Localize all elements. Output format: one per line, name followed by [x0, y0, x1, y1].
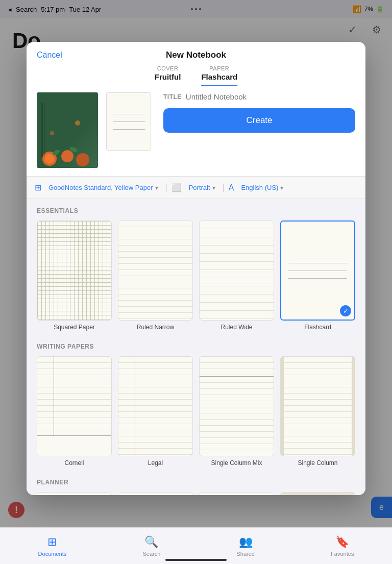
paper-scroll-area[interactable]: ESSENTIALS Squared Paper Ruled Narrow: [27, 199, 365, 495]
language-icon: A: [229, 183, 234, 192]
search-label: Search: [142, 551, 160, 557]
favorites-icon: 🔖: [335, 535, 349, 549]
ruled-narrow-thumb: [118, 220, 193, 321]
shared-label: Shared: [236, 551, 254, 557]
single-col-mix-name: Single Column Mix: [211, 459, 262, 467]
flashcard-pattern: [281, 222, 354, 320]
tab-bar-favorites[interactable]: 🔖 Favorites: [331, 535, 354, 557]
filter-sep-1: |: [165, 183, 167, 192]
language-filter-button[interactable]: English (US) ▾: [238, 182, 286, 193]
single-col-mix-thumb: [199, 356, 274, 456]
paper-item-planner-1[interactable]: [37, 492, 112, 495]
paper-item-squared[interactable]: Squared Paper: [37, 220, 112, 331]
filter-sep-2: |: [223, 183, 225, 192]
tab-paper[interactable]: PAPER Flashcard: [201, 65, 237, 86]
planner-2-thumb: [118, 492, 193, 495]
writing-papers-grid: Cornell Legal: [37, 356, 355, 467]
legal-pattern: [118, 357, 192, 456]
flashcard-lines: [107, 93, 151, 150]
essentials-grid: Squared Paper Ruled Narrow Ruled Wide: [37, 220, 355, 331]
cancel-button[interactable]: Cancel: [37, 51, 62, 60]
orientation-filter-button[interactable]: Portrait ▾: [186, 182, 218, 193]
paper-item-planner-3[interactable]: [199, 492, 274, 495]
cornell-name: Cornell: [64, 459, 84, 467]
squared-pattern: [37, 221, 111, 320]
cornell-pattern: [37, 357, 111, 456]
ruled-wide-thumb: [199, 220, 274, 321]
paper-item-legal[interactable]: Legal: [118, 356, 193, 467]
paper-item-single-col[interactable]: Single Column: [280, 356, 355, 467]
single-col-mix-pattern: [200, 357, 274, 456]
filter-bar: ⊞ GoodNotes Standard, Yellow Paper ▾ | ⬜…: [27, 177, 365, 199]
tab-cover-main-label: Fruitful: [155, 72, 181, 81]
planner-4-thumb: [280, 492, 355, 495]
documents-label: Documents: [38, 551, 67, 557]
tab-paper-main-label: Flashcard: [201, 72, 237, 81]
orientation-chevron: ▾: [212, 184, 215, 191]
planner-1-thumb: [37, 492, 112, 495]
paper-item-single-col-mix[interactable]: Single Column Mix: [199, 356, 274, 467]
documents-icon: ⊞: [47, 535, 57, 549]
planner-grid: [37, 492, 355, 495]
search-icon: 🔍: [144, 535, 158, 549]
paper-item-ruled-narrow[interactable]: Ruled Narrow: [118, 220, 193, 331]
ruled-wide-pattern: [200, 221, 274, 320]
orientation-icon: ⬜: [172, 183, 182, 192]
title-label: TITLE: [163, 93, 182, 101]
paper-item-cornell[interactable]: Cornell: [37, 356, 112, 467]
flashcard-name: Flashcard: [304, 324, 331, 331]
legal-name: Legal: [148, 459, 163, 467]
planner-label: PLANNER: [37, 479, 355, 486]
cover-pattern: [37, 92, 98, 168]
svg-point-1: [44, 154, 55, 164]
ruled-narrow-pattern: [118, 221, 192, 320]
tabs-row: COVER Fruitful PAPER Flashcard: [27, 60, 365, 86]
planner-3-pattern: [200, 493, 274, 495]
tab-bar-search[interactable]: 🔍 Search: [142, 535, 160, 557]
paper-preview: [106, 92, 151, 151]
modal-title: New Notebook: [166, 50, 226, 60]
selected-check-badge: ✓: [340, 305, 351, 316]
ruled-narrow-name: Ruled Narrow: [137, 324, 174, 331]
shared-icon: 👥: [239, 535, 253, 549]
tab-bar-documents[interactable]: ⊞ Documents: [38, 535, 67, 557]
cover-image: [37, 92, 98, 168]
home-indicator: [165, 559, 227, 561]
modal-header: Cancel New Notebook: [27, 42, 365, 60]
squared-name: Squared Paper: [54, 324, 95, 331]
paper-item-flashcard[interactable]: ✓ Flashcard: [280, 220, 355, 331]
flashcard-preview-card: [106, 92, 151, 151]
template-icon: ⊞: [35, 183, 41, 192]
single-col-thumb: [280, 356, 355, 456]
tab-cover-small-label: COVER: [157, 65, 179, 71]
paper-item-ruled-wide[interactable]: Ruled Wide: [199, 220, 274, 331]
language-chevron: ▾: [280, 184, 283, 191]
favorites-label: Favorites: [331, 551, 354, 557]
flashcard-thumb: ✓: [280, 220, 355, 321]
tab-bar-shared[interactable]: 👥 Shared: [236, 535, 254, 557]
essentials-label: ESSENTIALS: [37, 207, 355, 214]
title-input[interactable]: [186, 92, 355, 101]
svg-point-7: [50, 131, 54, 135]
planner-3-thumb: [199, 492, 274, 495]
svg-point-6: [75, 120, 80, 126]
cornell-thumb: [37, 356, 112, 456]
preview-row: TITLE Create: [27, 86, 365, 176]
tab-cover[interactable]: COVER Fruitful: [155, 65, 181, 86]
new-notebook-modal: Cancel New Notebook COVER Fruitful PAPER…: [27, 42, 365, 495]
template-filter-button[interactable]: GoodNotes Standard, Yellow Paper ▾: [45, 182, 161, 193]
template-chevron: ▾: [155, 184, 158, 191]
language-label: English (US): [241, 184, 278, 191]
template-label: GoodNotes Standard, Yellow Paper: [48, 184, 153, 191]
svg-point-3: [76, 153, 89, 166]
planner-2-pattern: [118, 493, 192, 495]
single-col-pattern: [281, 357, 355, 456]
paper-item-planner-2[interactable]: [118, 492, 193, 495]
paper-item-planner-4[interactable]: [280, 492, 355, 495]
single-col-name: Single Column: [298, 459, 337, 467]
planner-4-pattern: [281, 493, 355, 495]
right-panel: TITLE Create: [159, 92, 355, 133]
ruled-wide-name: Ruled Wide: [220, 324, 252, 331]
create-button[interactable]: Create: [163, 108, 355, 133]
planner-1-pattern: [37, 493, 111, 495]
